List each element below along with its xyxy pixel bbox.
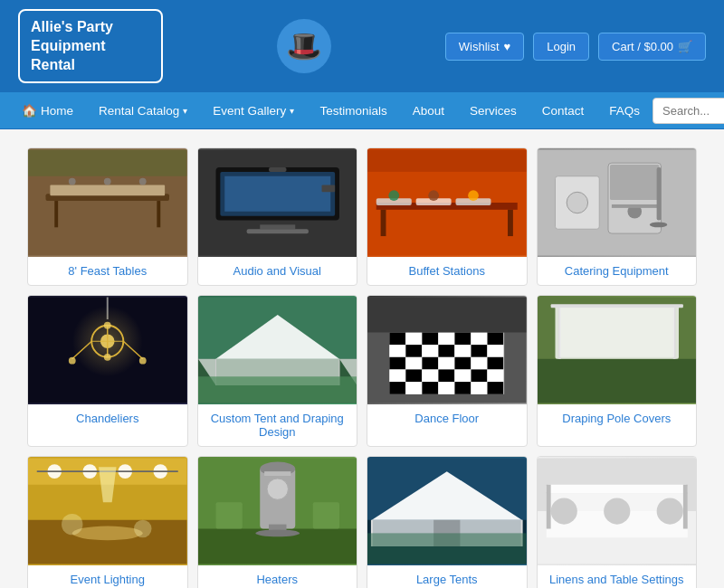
chevron-down-icon: ▾ — [290, 106, 294, 116]
card-feast-tables[interactable]: 8' Feast Tables — [27, 147, 188, 286]
wishlist-button[interactable]: Wishlist ♥ — [445, 33, 525, 61]
svg-rect-14 — [246, 230, 308, 234]
svg-point-26 — [468, 191, 479, 202]
card-event-lighting[interactable]: Event Lighting — [27, 456, 188, 588]
card-linens[interactable]: Linens and Table Settings — [537, 456, 698, 588]
svg-rect-140 — [656, 498, 682, 525]
card-custom-tent[interactable]: Custom Tent and Draping Design — [197, 295, 358, 447]
svg-rect-142 — [682, 485, 687, 529]
svg-rect-136 — [546, 485, 687, 494]
svg-point-24 — [388, 191, 399, 202]
svg-rect-83 — [405, 370, 422, 383]
site-logo[interactable]: Allie's Party Equipment Rental — [18, 9, 163, 83]
svg-rect-94 — [472, 382, 488, 394]
card-image-feast-tables — [28, 148, 187, 257]
svg-point-46 — [139, 357, 147, 365]
card-audio-visual[interactable]: Audio and Visual — [197, 147, 358, 286]
svg-rect-61 — [389, 333, 405, 346]
nav-home[interactable]: 🏠 Home — [9, 92, 86, 128]
main-content: 8' Feast Tables Audio and Visual Buffet … — [0, 129, 724, 588]
svg-point-7 — [139, 178, 147, 185]
svg-rect-2 — [54, 201, 58, 227]
card-catering-equipment[interactable]: Catering Equipment — [537, 147, 698, 286]
svg-rect-71 — [438, 346, 454, 358]
svg-rect-79 — [455, 357, 472, 370]
category-grid: 8' Feast Tables Audio and Visual Buffet … — [27, 147, 697, 588]
nav-about[interactable]: About — [400, 93, 457, 128]
card-chandeliers[interactable]: Chandeliers — [27, 295, 188, 447]
card-dance-floor[interactable]: Dance Floor — [367, 295, 528, 447]
svg-point-113 — [72, 526, 143, 541]
card-heaters[interactable]: Heaters — [197, 456, 358, 588]
logo-line2: Equipment Rental — [31, 37, 150, 75]
card-label-custom-tent: Custom Tent and Draping Design — [198, 404, 357, 446]
svg-rect-33 — [656, 167, 661, 221]
svg-point-49 — [72, 307, 143, 377]
svg-rect-98 — [538, 359, 697, 403]
svg-rect-80 — [472, 357, 488, 370]
card-buffet-stations[interactable]: Buffet Stations — [367, 147, 528, 286]
svg-point-34 — [649, 223, 667, 228]
svg-rect-87 — [472, 370, 488, 383]
nav-testimonials[interactable]: Testimonials — [307, 93, 399, 128]
svg-rect-70 — [422, 346, 438, 358]
svg-rect-13 — [260, 225, 295, 230]
logo-line1: Allie's Party — [31, 18, 150, 37]
card-image-linens — [538, 457, 697, 565]
svg-rect-62 — [405, 333, 422, 346]
svg-point-123 — [255, 530, 300, 537]
home-icon: 🏠 — [22, 103, 37, 118]
svg-rect-58 — [198, 377, 357, 403]
cart-button[interactable]: Cart / $0.00 🛒 — [598, 33, 706, 61]
svg-point-114 — [62, 514, 82, 535]
card-draping-pole[interactable]: Draping Pole Covers — [537, 295, 698, 447]
card-placeholder-audio-visual — [198, 148, 357, 257]
svg-rect-84 — [422, 370, 438, 383]
svg-rect-138 — [550, 498, 576, 525]
svg-rect-103 — [559, 308, 674, 358]
nav-contact[interactable]: Contact — [529, 93, 597, 128]
svg-rect-12 — [224, 176, 330, 212]
svg-rect-72 — [455, 346, 472, 358]
card-large-tents[interactable]: Large Tents — [367, 456, 528, 588]
card-placeholder-large-tents — [367, 457, 527, 565]
svg-rect-68 — [389, 346, 405, 358]
nav-faqs[interactable]: FAQs — [596, 93, 653, 128]
svg-rect-73 — [472, 346, 488, 358]
svg-rect-86 — [455, 370, 472, 383]
card-label-heaters: Heaters — [198, 565, 357, 588]
svg-point-36 — [567, 193, 587, 213]
card-placeholder-feast-tables — [28, 148, 187, 257]
svg-rect-30 — [609, 165, 659, 200]
card-label-feast-tables: 8' Feast Tables — [28, 257, 187, 285]
header-actions: Wishlist ♥ Login Cart / $0.00 🛒 — [445, 33, 706, 61]
search-input[interactable] — [653, 98, 724, 124]
nav-services[interactable]: Services — [457, 93, 529, 128]
nav-event-gallery[interactable]: Event Gallery ▾ — [200, 93, 307, 128]
svg-rect-77 — [422, 357, 438, 370]
svg-rect-102 — [550, 305, 682, 308]
mascot-icon: 🎩 — [277, 19, 331, 73]
svg-rect-63 — [422, 333, 438, 346]
login-button[interactable]: Login — [533, 33, 589, 61]
svg-rect-92 — [438, 382, 454, 394]
svg-rect-8 — [28, 150, 187, 176]
main-navbar: 🏠 Home Rental Catalog ▾ Event Gallery ▾ … — [0, 92, 724, 129]
card-placeholder-catering-equipment — [538, 148, 697, 257]
card-image-draping-pole — [538, 296, 697, 404]
chevron-down-icon: ▾ — [183, 106, 187, 116]
card-label-buffet-stations: Buffet Stations — [367, 257, 527, 285]
svg-rect-69 — [405, 346, 422, 358]
card-label-catering-equipment: Catering Equipment — [538, 257, 697, 285]
svg-rect-91 — [422, 382, 438, 394]
svg-point-5 — [69, 178, 76, 185]
nav-rental-catalog[interactable]: Rental Catalog ▾ — [86, 93, 200, 128]
card-image-chandeliers — [28, 296, 187, 404]
svg-rect-93 — [455, 382, 472, 394]
card-placeholder-dance-floor — [367, 296, 527, 404]
card-placeholder-event-lighting — [28, 457, 187, 565]
svg-rect-27 — [367, 150, 527, 172]
heart-icon: ♥ — [504, 40, 511, 53]
svg-rect-15 — [269, 167, 287, 172]
search-form: 🔍 — [653, 98, 724, 124]
